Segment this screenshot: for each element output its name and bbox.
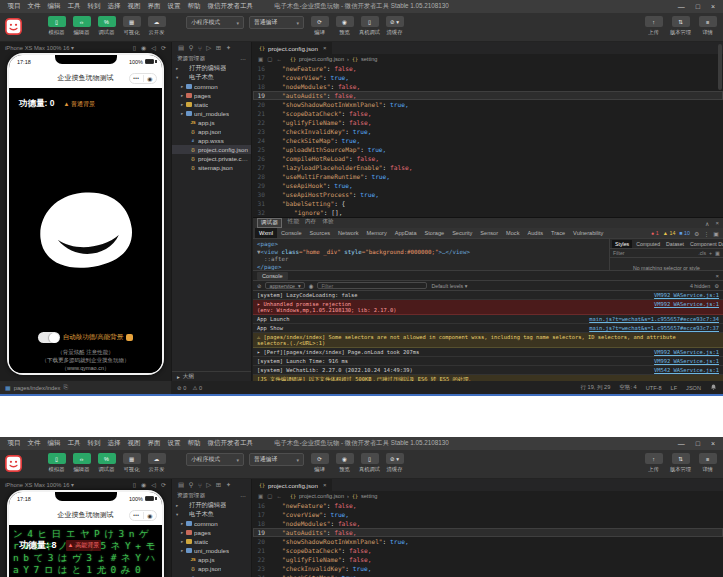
console-settings-gear-icon[interactable]: ⚙ [714, 283, 719, 289]
tree-folder-common[interactable]: ▸ common [172, 519, 251, 528]
back-icon[interactable]: ◁ [151, 481, 156, 488]
log-levels-select[interactable]: Default levels ▾ [431, 283, 467, 289]
more-menu-icon[interactable]: ••• [130, 76, 143, 81]
computed-tab[interactable]: Computed [634, 241, 662, 247]
devtools-tab-memory[interactable]: Memory [363, 228, 391, 238]
menu-item[interactable]: 微信开发者工具 [204, 439, 257, 448]
tree-file-app-wxss[interactable]: app.wxss [172, 136, 251, 145]
devtools-tab-security[interactable]: Security [448, 228, 476, 238]
maximize-icon[interactable]: □ [696, 440, 700, 447]
version-control-button[interactable]: ⇅ 版本管理 [670, 16, 691, 36]
visualization-toggle-button[interactable]: ▦ 可视化 [121, 453, 142, 473]
menu-item[interactable]: 编辑 [44, 2, 64, 11]
menu-item[interactable]: 项目 [4, 2, 24, 11]
search-icon[interactable]: ⚲ [189, 44, 194, 52]
clear-console-icon[interactable]: ⊘ [257, 283, 261, 289]
tree-file-project-private-config[interactable]: project.private.config.json [172, 154, 251, 163]
console-tab[interactable]: Console [257, 272, 288, 280]
files-icon[interactable]: ▤ [178, 44, 184, 52]
cloud-dev-button[interactable]: ☁ 云开发 [146, 16, 167, 36]
tree-file-app-wxss[interactable]: app.wxss [172, 573, 251, 577]
auto-knock-toggle[interactable] [38, 332, 60, 343]
record-icon[interactable]: ◉ [141, 44, 146, 51]
plugins-icon[interactable]: ✦ [226, 44, 231, 52]
devtools-tab-appdata[interactable]: AppData [391, 228, 421, 238]
more-actions-icon[interactable]: ⋯ [240, 493, 246, 499]
tree-folder-uni-modules[interactable]: ▸ uni_modules [172, 546, 251, 555]
component-data-tab[interactable]: Component Data [688, 241, 723, 247]
tree-folder-pages[interactable]: ▸ pages [172, 528, 251, 537]
console-source-link[interactable]: main.js?t=wechat&s=1.c955657#ecce93c7:37 [589, 325, 719, 331]
device-select[interactable]: iPhone XS Max 100% 16 ▾ [5, 482, 74, 488]
wooden-fish-image[interactable] [30, 181, 141, 283]
tree-folder-static[interactable]: ▸ static [172, 537, 251, 546]
details-button[interactable]: ≡ 详情 [697, 453, 718, 473]
outline-section[interactable]: ▸ 大纲 [172, 371, 251, 381]
menu-item[interactable]: 文件 [24, 2, 44, 11]
visualization-toggle-button[interactable]: ▦ 可视化 [121, 16, 142, 36]
bell-icon[interactable] [710, 384, 717, 392]
code-area[interactable]: 16 "newFeature": false, 17 "coverView": … [253, 63, 723, 217]
encoding-setting[interactable]: UTF-8 [646, 385, 662, 391]
menu-item[interactable]: 项目 [4, 439, 24, 448]
debug-icon[interactable]: ▷ [206, 44, 211, 52]
console-source-link[interactable]: VM992 WAService.js:1 [654, 292, 719, 298]
tree-open-editors[interactable]: ▸ 打开的编辑器 [172, 501, 251, 510]
editor-toggle-button[interactable]: ‹› 编辑器 [71, 453, 92, 473]
debugger-toggle-button[interactable]: % 调试器 [96, 453, 117, 473]
devtools-tab-mock[interactable]: Mock [502, 228, 523, 238]
more-actions-icon[interactable]: ⋯ [240, 56, 246, 62]
eol-setting[interactable]: LF [671, 385, 678, 391]
details-button[interactable]: ≡ 详情 [697, 16, 718, 36]
kebab-menu-icon[interactable]: ⋮ [703, 230, 709, 237]
menu-item[interactable]: 工具 [64, 2, 84, 11]
menu-item[interactable]: 转到 [84, 439, 104, 448]
record-icon[interactable]: ◉ [141, 481, 146, 488]
debugger-toggle-button[interactable]: % 调试器 [96, 16, 117, 36]
console-source-link[interactable]: VM542 WAService.js:1 [654, 367, 719, 373]
console-logs[interactable]: [system] LazyCodeLoading: false VM992 WA… [253, 291, 723, 381]
back-arrow-icon[interactable]: ← [276, 493, 282, 499]
console-filter-input[interactable]: Filter [317, 282, 427, 290]
preview-button[interactable]: ◉ 预览 [334, 16, 355, 36]
indent-setting[interactable]: 空格: 4 [619, 384, 636, 392]
tree-file-project-config[interactable]: project.config.json [172, 145, 251, 154]
search-icon[interactable]: ⚲ [189, 481, 194, 489]
editor-scrollbar[interactable] [718, 44, 722, 90]
warning-count[interactable]: ▲ 14 [663, 230, 676, 236]
close-tab-icon[interactable]: × [323, 45, 327, 51]
error-count[interactable]: ● 1 [651, 230, 659, 236]
back-icon[interactable]: ◁ [151, 44, 156, 51]
upload-button[interactable]: ↑ 上传 [643, 16, 664, 36]
add-style-icon[interactable]: + [709, 250, 712, 256]
upload-button[interactable]: ↑ 上传 [643, 453, 664, 473]
close-icon[interactable]: × [715, 273, 719, 279]
close-icon[interactable]: × [711, 3, 715, 10]
bookmark-icon[interactable]: ▢ [267, 493, 272, 499]
devtools-tab-network[interactable]: Network [334, 228, 363, 238]
tree-file-sitemap[interactable]: sitemap.json [172, 163, 251, 172]
menu-item[interactable]: 视图 [124, 439, 144, 448]
performance-panel-tab[interactable]: 性能 [288, 218, 299, 228]
tree-file-app-json[interactable]: app.json [172, 127, 251, 136]
context-select[interactable]: appservice▾ [265, 282, 304, 290]
code-area[interactable]: 16 "newFeature": false, 17 "coverView": … [253, 500, 723, 577]
tree-project-root[interactable]: ▾ 电子木鱼 [172, 73, 251, 82]
tree-project-root[interactable]: ▾ 电子木鱼 [172, 510, 251, 519]
wxml-tree[interactable]: <page> ▼<view class="home _div" style="b… [253, 239, 609, 270]
devtools-tab-trace[interactable]: Trace [547, 228, 569, 238]
menu-item[interactable]: 界面 [144, 439, 164, 448]
source-control-icon[interactable]: ⑂ [198, 45, 202, 52]
plugins-icon[interactable]: ✦ [226, 481, 231, 489]
problems-indicator[interactable]: ⊘ 0 ⚠ 0 [177, 385, 202, 391]
mode-select[interactable]: 小程序模式 ▾ [186, 16, 244, 29]
collapse-icon[interactable]: ∧ [705, 220, 709, 227]
device-select[interactable]: iPhone XS Max 100% 16 ▾ [5, 45, 74, 51]
menu-item[interactable]: 选择 [104, 439, 124, 448]
tree-open-editors[interactable]: ▸ 打开的编辑器 [172, 64, 251, 73]
mode-select[interactable]: 小程序模式 ▾ [186, 453, 244, 466]
background-mode-badge[interactable]: ▲ 高能背景 [66, 540, 102, 551]
popout-icon[interactable]: ▣ [713, 230, 719, 237]
menu-item[interactable]: 选择 [104, 2, 124, 11]
editor-layout-icon[interactable]: ▣ [258, 493, 263, 499]
